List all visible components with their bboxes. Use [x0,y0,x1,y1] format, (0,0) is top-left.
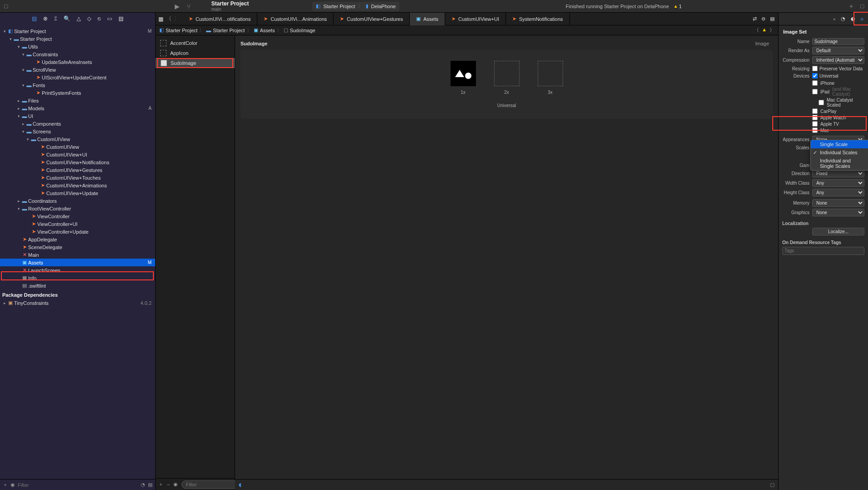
compression-select[interactable]: Inherited (Automatic) [812,56,864,64]
recent-filter-icon[interactable]: ◔ [141,482,145,488]
asset-sudoimage[interactable]: SudoImage [156,58,235,68]
tree-file[interactable]: ➤AppDelegate [0,235,155,243]
device-tv-checkbox[interactable] [812,121,818,127]
slot-3x[interactable]: 3x [538,61,563,95]
scales-option-individual[interactable]: ✓Individual Scales [811,148,868,157]
scales-option-single[interactable]: Single Scale [811,140,868,148]
find-nav-icon[interactable]: 🔍 [64,15,70,22]
tree-main[interactable]: ✕Main [0,251,155,259]
related-items-icon[interactable]: ▦ [158,16,163,22]
crumb-2[interactable]: Starter Project [213,28,245,33]
slot-2x[interactable]: 2x [494,61,520,95]
device-watch-checkbox[interactable] [812,115,818,120]
tree-rootvc[interactable]: ▾▬RootViewController [0,205,155,212]
tree-utils[interactable]: ▾▬Utils [0,43,155,50]
nav-forward-icon[interactable]: 〉 [174,15,180,23]
tree-file[interactable]: ➤CustomUIView+Gestures [0,166,155,174]
add-button[interactable]: ＋ [3,481,8,488]
right-sidebar-toggle[interactable]: ▢ [860,3,864,9]
width-class-select[interactable]: Any [812,179,864,187]
tree-components[interactable]: ▸▬Components [0,120,155,127]
name-field[interactable] [812,38,864,45]
breakpoint-nav-icon[interactable]: ▭ [107,15,112,22]
tags-field[interactable]: Tags [782,247,864,255]
run-button[interactable]: ▶ [175,3,180,10]
tree-file[interactable]: ➤ViewController+UI [0,220,155,228]
attributes-inspector-icon[interactable]: ≡ [861,16,863,22]
tree-file[interactable]: ➤ViewController [0,212,155,220]
tab-animations[interactable]: ➤CustomUIVi…Animations [257,13,333,25]
tree-file[interactable]: ➤CustomUIView+UI [0,151,155,158]
tree-swiftlint[interactable]: ▤.swiftlint [0,282,155,289]
tab-assets[interactable]: ▣Assets [410,13,445,25]
tree-launch[interactable]: ✕LaunchScreen [0,266,155,274]
new-tab-button[interactable]: ＋ [848,2,854,10]
tree-file[interactable]: ➤CustomUIView+Touches [0,174,155,181]
device-universal-checkbox[interactable] [812,73,818,78]
editor-layout-icon[interactable]: ⇄ [753,16,757,22]
canvas-view-icon[interactable]: ▢ [770,482,775,488]
issue-nav-icon[interactable]: △ [77,15,81,22]
tree-ui[interactable]: ▾▬UI [0,112,155,120]
left-sidebar-toggle[interactable]: ▢ [4,3,8,9]
crumb-next-icon[interactable]: 〉 [770,27,775,34]
crumb-4[interactable]: SudoImage [290,28,315,33]
tree-info[interactable]: ▦Info [0,274,155,282]
tree-file[interactable]: ➤SceneDelegate [0,243,155,251]
tree-screens[interactable]: ▾▬Screens [0,127,155,135]
crumb-3[interactable]: Assets [260,28,275,33]
tree-file[interactable]: ➤PrintSystemFonts [0,89,155,97]
tree-dependency[interactable]: ▸▣TinyConstraints4.0.2 [0,299,155,307]
tree-file[interactable]: ➤UpdateSafeAreaInsets [0,58,155,66]
crumb-up-icon[interactable]: ▲ [762,27,767,34]
direction-select[interactable]: Fixed [812,170,864,177]
tab-ui[interactable]: ➤CustomUIView+UI [445,13,506,25]
tree-group[interactable]: ▾▬Starter Project [0,35,155,43]
crumb-1[interactable]: Starter Project [166,28,197,33]
preserve-vector-checkbox[interactable] [812,66,818,71]
device-mac-checkbox[interactable] [812,127,818,133]
tab-gestures[interactable]: ➤CustomUIView+Gestures [333,13,410,25]
crumb-prev-icon[interactable]: 〈 [754,27,759,34]
editor-options-icon[interactable]: ▤ [770,16,775,22]
canvas-marker-icon[interactable]: ◖ [239,482,241,488]
tree-file[interactable]: ➤CustomUIView+Notifications [0,158,155,166]
project-nav-icon[interactable]: ▤ [32,15,37,22]
help-inspector-icon[interactable]: ◐ [851,16,855,22]
tree-file[interactable]: ➤UIScrollView+UpdateContent [0,74,155,81]
scm-filter-icon[interactable]: ▤ [148,482,152,488]
file-inspector-icon[interactable]: ▫ [834,16,835,22]
editor-minimize-icon[interactable]: ⊖ [761,16,765,22]
tree-file[interactable]: ➤CustomUIView [0,143,155,151]
tab-notifications[interactable]: ➤CustomUIVi…otifications [182,13,257,25]
tree-assets[interactable]: ▣AssetsM [0,259,155,266]
asset-remove-icon[interactable]: − [167,482,170,487]
asset-accentcolor[interactable]: AccentColor [156,38,235,48]
render-as-select[interactable]: Default [812,47,864,54]
device-ipad-checkbox[interactable] [812,89,818,94]
tree-file[interactable]: ➤CustomUIView+Update [0,189,155,197]
height-class-select[interactable]: Any [812,189,864,196]
source-control-icon[interactable]: ⊗ [43,15,48,22]
slot-1x[interactable]: 1x [451,61,476,95]
nav-filter-input[interactable] [18,482,138,488]
asset-appicon[interactable]: AppIcon [156,48,235,58]
warning-badge[interactable]: ▲1 [673,4,682,9]
tree-constraints[interactable]: ▾▬Constraints [0,50,155,58]
asset-add-icon[interactable]: ＋ [158,481,163,488]
scales-option-both[interactable]: Individual and Single Scales [811,157,868,170]
tree-file[interactable]: ➤CustomUIView+Animations [0,181,155,189]
history-inspector-icon[interactable]: ◔ [841,16,845,22]
graphics-select[interactable]: None [812,209,864,216]
filter-scope-icon[interactable]: ◉ [10,482,15,488]
debug-nav-icon[interactable]: ⎋ [98,15,101,22]
tree-project-root[interactable]: ▾◧Starter ProjectM [0,27,155,35]
memory-select[interactable]: None [812,199,864,207]
scheme-selector[interactable]: ◧ Starter Project 〉 ▮ DelaPhone [312,2,399,11]
test-nav-icon[interactable]: ◇ [87,15,91,22]
symbol-nav-icon[interactable]: ⑄ [54,15,57,22]
tree-fonts[interactable]: ▾▬Fonts [0,81,155,89]
device-catalyst-checkbox[interactable] [819,100,824,105]
tree-models[interactable]: ▸▬ModelsA [0,104,155,112]
tree-files[interactable]: ▸▬Files [0,97,155,104]
